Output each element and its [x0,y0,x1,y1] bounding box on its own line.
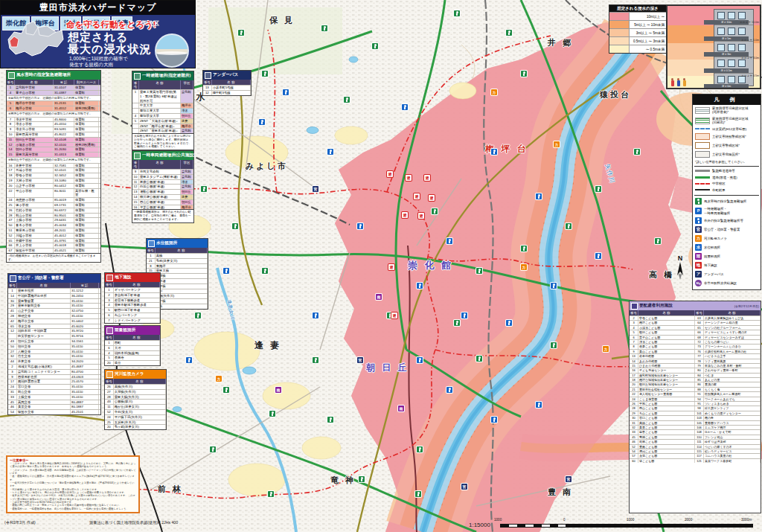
facility-row: 117コムハウス美里の杜 [695,453,761,458]
table-row: 1ギャザパーキング [105,287,160,292]
scale-tick-label: 3000m [741,518,752,522]
window-icon [717,28,725,35]
table-row: 28豊田大橋(矢作川) [105,394,166,400]
雨量観測所-icon: 雨 [695,253,702,260]
table-row: 14朝日小学校31-2030体育館 [7,147,100,152]
window-icon [728,12,735,19]
table-row: 4消防本部(無線局) [105,350,160,356]
facility-row: 95ソレイユきらめき [695,401,761,406]
table-row: 42梅坪台交番31-0402 [8,318,100,324]
table-row: 18挙母小学校32-3452体育館 [7,173,100,178]
note-line: ・逃・避難場所などの位置図は、洪水浸水想定区域図作成マニュアル(第4版)(平成2… [10,475,136,481]
facility-row: 14あおみ幼稚園 [630,359,695,363]
facility-row: 30宮口こども園 [630,415,695,420]
note-line: ・一級河川矢作川等からの氾濫については「想定最大規模降雨による浸水想定」(平成2… [10,481,136,488]
アンダーパス-icon: ア [695,271,702,278]
facility-row: 9美山こども園 [630,349,695,353]
table-title: 風水害時の指定緊急避難場所 [7,71,100,80]
approx-depth-label: おおよそ 0.5m [741,74,759,77]
table-row: 25五反田(市木川) [105,420,166,425]
note-line: ・避難場所へは、一時避難場所を含め、徒歩での避難を原則とし、一時的に安全な場所に… [10,507,136,510]
table-row: 9浄水北小学校83-5091体育館 [7,126,100,132]
table-row: 4愛知学泉大学朝日丘 [132,113,193,118]
facility-row: 80さわやかデイ豊田一番館 [695,368,761,372]
table-row: 20毛ヶ崎(逢妻女川) [105,424,166,429]
table-row: 27久澄橋(矢作川) [105,389,166,394]
table-row: 12白浜公園(駐車場)崇化館 [132,184,193,189]
table-row: 19大林小学校33-1080体育館 [7,178,100,183]
person-icon [670,78,674,86]
depth-legend-row: 10m以上 〜 [609,12,666,20]
table-row: 2地域文化広場(小清水町)45-4687 [8,364,100,369]
table-row: 4童子山小学校31-0387体育館 [7,90,100,95]
table-row: 14柳川瀬公園(駐車場)逢妻 [132,194,193,199]
header-line2: 最大の浸水状況 [68,42,151,57]
table-title: 雨量観測所 [105,326,160,335]
legend-line-label: 道路(国道・県道) [712,176,737,180]
facility-row: 45竜神こども園 [630,435,695,439]
table-row: 30豊田警察署35-0110 [8,298,100,304]
credit-survey: 測量法に基づく国土地理院長承認(使用)R 2JHs 400 [89,520,178,525]
legend-icon-label: アンダーパス [704,272,724,277]
facility-row: 60堤こども園 [630,458,695,463]
table-header-row: 番号名 称学区 [132,80,193,89]
scale-tick-label: 1000 [494,518,502,522]
header-panel: 豊田市洪水ハザードマップ 崇化館 梅坪台 浄水 朝日丘 逢妻 中学校区 命を守る… [0,0,196,68]
table-header-row: 番号名 称電 話 [8,283,100,288]
table-row: 6大沼 [105,345,160,350]
window-icon [728,76,735,83]
table-header-row: 番号名 称 [105,282,160,287]
table-row: 1高橋 [147,253,208,258]
window-icon [738,12,746,19]
legend-zone-label: 土砂災害特別警戒区域* [712,135,746,139]
table-row: 3若宮地下横断歩道 [105,298,160,303]
table-C: 一時避難場所(指定避難所)番号名 称学区1豊田工業高等専門学校(第1・第2体育館… [132,71,194,150]
table-row: 17南消防署西分署25-0570 [8,379,100,384]
legend-zone-label: 浸水実績(H12水害範囲) [712,127,746,132]
table-row: 11毘森公園(駐車場)浄水 [132,179,193,185]
table-row: 24平戸橋下流(矢作川) [105,414,166,420]
facility-row: 64ナーシングホーム嶺の里 [695,320,761,324]
facility-row: 103梅の舎 [695,415,761,420]
legend-zone-swatch [695,151,710,158]
table-row: 14中消防署梅坪出張所36-2450 [8,293,100,298]
facility-row: 68デイサービスセンターみずほ [695,335,761,339]
facility-row: 84つむぎ [695,373,761,377]
table-title-icon [106,275,113,281]
facility-row: 115虹いろデイサービス [695,449,761,453]
legend-zone-swatch [695,118,710,124]
window-icon [717,44,725,51]
legend-zone-label: 土砂災害警戒区域* [712,144,740,148]
table-B: 官公庁・消防署・警察署番号名 称電 話1豊田市役所31-121214中消防署梅坪… [7,273,101,415]
facility-row: 85あんどの里 [695,377,761,382]
facility-row: 4小清水こども園 [630,325,695,330]
table-row: 11朝日丘中学校32-0108体育館 [7,137,100,142]
legend-line-swatch [695,189,710,190]
legend-zone-label: 家屋倒壊等氾濫想定区域 (氾濫流)* [712,117,748,125]
legend-icon-item: Mg非常用飲料水供給施設 [693,279,761,288]
facility-row: 105豊寿園ケアハウス [695,420,761,425]
building-depth-panel: 深さ10m深さ5m深さ3m深さ0.5m深さ0mおおよそ 10.0mおおよそ 5.… [666,4,761,89]
table-row: 44逢妻交番34-2020 [8,359,100,364]
legend-zone-swatch [695,133,710,140]
facility-row: 21豊田市社会福祉センター [630,387,695,391]
facility-row: 106エムズケア梅坪 [695,425,761,429]
facility-row: 65セゾンの杜グループホーム [695,325,761,330]
scale-bar-right [566,524,753,528]
table-F: アンダーパス番号名 称13小坂本町5号線12陣中町3号線 [202,70,252,96]
table-title-icon [106,327,113,334]
table-row: 5駅西口地下駐車場 [105,307,160,313]
table-header-row: 番号名 称電 話利用スペース [7,80,100,85]
scale-tick-label: 2000 [685,518,692,522]
header-subtext: 1,000年に1回程度の確率で 発生する規模の大雨 [69,56,128,68]
table-row: 32竹生交番35-0110 [8,353,100,359]
facilities-table-title: 要配慮者利用施設 [639,303,673,309]
table-row: 67猿投台中学校45-0521体育館 [7,248,100,253]
facility-row: 101ぬくもりの里デイセンター [695,411,761,415]
河川監視カメラ-icon: カ [695,235,702,242]
facility-row: 110フレンド前山 [695,435,761,439]
facility-row: 16子ども発達センター [630,368,695,372]
legend-icon-label: 非常用飲料水供給施設 [704,281,737,286]
legend-line-label: 中学校区 [712,182,726,186]
north-arrow: N [670,254,690,280]
